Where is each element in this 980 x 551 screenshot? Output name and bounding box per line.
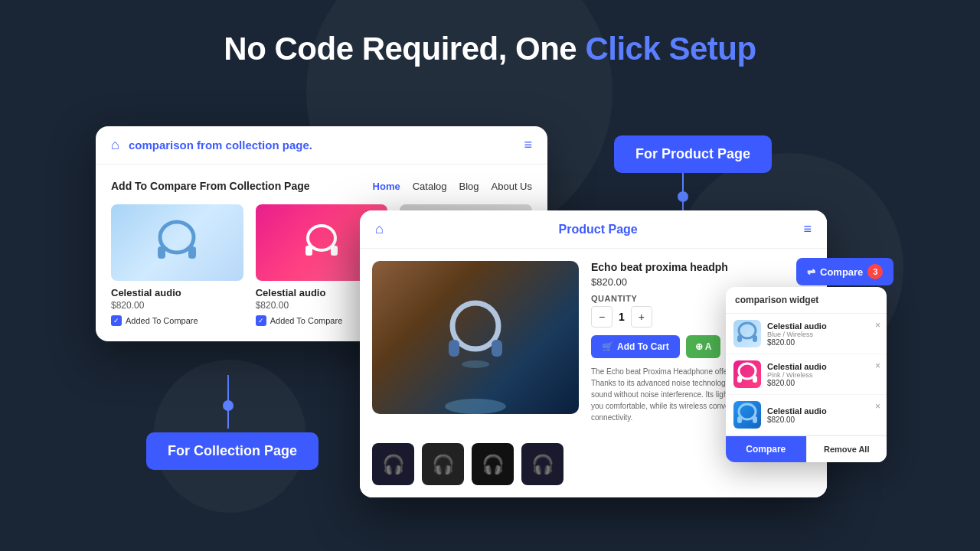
- main-title: No Code Required, One Click Setup: [0, 0, 980, 67]
- widget-title: comparison widget: [726, 287, 887, 314]
- add-compare-button[interactable]: ⊕ A: [686, 335, 721, 358]
- compare-badge-label: Compare: [820, 266, 863, 278]
- widget-item-name-1: Celestial audio: [767, 321, 879, 331]
- svg-rect-14: [737, 335, 742, 342]
- product-detail-name: Echo beat proxima headph: [591, 261, 815, 273]
- quantity-value: 1: [619, 311, 625, 323]
- widget-headphone-3: [733, 401, 761, 429]
- add-to-cart-label: Add To Cart: [617, 341, 669, 352]
- thumbnail-1[interactable]: 🎧: [372, 443, 414, 485]
- svg-rect-10: [449, 340, 459, 357]
- widget-item-2: Celestial audio Pink / Wireless $820.00 …: [726, 354, 887, 395]
- thumb-icon-4: 🎧: [531, 454, 554, 475]
- cart-icon: 🛒: [602, 341, 613, 352]
- svg-rect-5: [331, 246, 338, 256]
- quantity-increase-button[interactable]: +: [631, 306, 652, 328]
- svg-rect-21: [753, 416, 757, 423]
- svg-point-0: [160, 222, 194, 253]
- svg-rect-2: [188, 246, 196, 259]
- check-icon-2: [256, 315, 266, 326]
- svg-rect-20: [737, 416, 742, 423]
- product-window-nav: ⌂ Product Page ≡: [360, 210, 827, 249]
- widget-footer: Compare Remove All: [726, 435, 887, 462]
- product-main-image: [372, 261, 579, 414]
- thumbnail-2[interactable]: 🎧: [422, 443, 464, 485]
- widget-headphone-1: [733, 320, 761, 347]
- product-price-1: $820.00: [111, 300, 243, 311]
- svg-rect-1: [158, 246, 165, 259]
- svg-point-13: [739, 323, 756, 338]
- svg-point-16: [739, 364, 756, 379]
- svg-rect-11: [492, 340, 502, 357]
- widget-compare-button[interactable]: Compare: [726, 436, 806, 462]
- svg-rect-18: [753, 376, 757, 383]
- product-detail-price: $820.00: [591, 276, 815, 288]
- collection-header: Add To Compare From Collection Page Home…: [111, 180, 532, 192]
- widget-item-3: Celestial audio $820.00 ×: [726, 395, 887, 435]
- svg-point-9: [452, 303, 498, 349]
- widget-item-name-2: Celestial audio: [767, 362, 879, 371]
- headphone-blue-icon: [150, 216, 204, 269]
- add-compare-label: Add To Compare From Collection Page: [111, 180, 310, 192]
- compare-badge-count: 3: [867, 264, 883, 279]
- widget-item-info-3: Celestial audio $820.00: [767, 406, 879, 424]
- widget-item-info-1: Celestial audio Blue / Wireless $820.00: [767, 321, 879, 347]
- for-product-button[interactable]: For Product Page: [614, 135, 772, 173]
- widget-close-2[interactable]: ×: [875, 360, 880, 371]
- thumb-icon-2: 🎧: [432, 454, 455, 475]
- add-to-cart-button[interactable]: 🛒 Add To Cart: [591, 335, 680, 358]
- widget-item-img-2: [733, 360, 761, 388]
- svg-rect-17: [737, 376, 742, 383]
- product-name-1: Celestial audio: [111, 287, 243, 298]
- widget-item-name-3: Celestial audio: [767, 406, 879, 416]
- check-icon-1: [111, 315, 122, 326]
- compare-icon: ⇌: [807, 266, 815, 278]
- compare-widget: comparison widget Celestial audio Blue /…: [726, 287, 887, 462]
- nav-blog[interactable]: Blog: [459, 181, 479, 192]
- connector-dot-left: [223, 400, 234, 411]
- svg-rect-15: [753, 335, 757, 342]
- title-highlight: Click Setup: [585, 31, 756, 67]
- widget-item-info-2: Celestial audio Pink / Wireless $820.00: [767, 362, 879, 387]
- nav-home[interactable]: Home: [373, 181, 400, 192]
- widget-close-1[interactable]: ×: [875, 320, 880, 331]
- nav-about[interactable]: About Us: [492, 181, 532, 192]
- thumb-icon-1: 🎧: [382, 454, 405, 475]
- home-icon: ⌂: [111, 137, 119, 153]
- product-menu-icon: ≡: [803, 221, 812, 237]
- widget-item-sub-1: Blue / Wireless: [767, 331, 879, 338]
- compare-label-2: Added To Compare: [270, 316, 343, 325]
- product-home-icon: ⌂: [375, 221, 384, 237]
- thumbnail-3[interactable]: 🎧: [472, 443, 514, 485]
- product-img-blue: [111, 204, 243, 281]
- menu-icon: ≡: [524, 137, 532, 153]
- compare-checkbox-1[interactable]: Added To Compare: [111, 315, 243, 326]
- widget-close-3[interactable]: ×: [875, 401, 880, 412]
- svg-rect-4: [305, 246, 312, 256]
- widget-item-price-2: $820.00: [767, 379, 879, 387]
- headphone-main-icon: [441, 288, 510, 387]
- thumbnail-4[interactable]: 🎧: [521, 443, 564, 485]
- thumb-icon-3: 🎧: [482, 454, 505, 475]
- quantity-decrease-button[interactable]: −: [591, 306, 612, 328]
- collection-nav-links: Home Catalog Blog About Us: [373, 181, 532, 192]
- headphone-pink-icon: [299, 220, 345, 266]
- widget-item-img-1: [733, 320, 761, 347]
- collection-nav-title: comparison from collection page.: [129, 139, 515, 152]
- nav-catalog[interactable]: Catalog: [413, 181, 447, 192]
- title-text: No Code Required, One: [224, 31, 585, 67]
- product-window-title: Product Page: [393, 223, 804, 236]
- widget-item-price-3: $820.00: [767, 416, 879, 424]
- for-collection-button[interactable]: For Collection Page: [146, 432, 318, 470]
- widget-item-img-3: [733, 401, 761, 429]
- svg-point-19: [739, 404, 756, 419]
- widget-item-sub-2: Pink / Wireless: [767, 371, 879, 379]
- compare-badge-button[interactable]: ⇌ Compare 3: [796, 258, 893, 285]
- widget-remove-button[interactable]: Remove All: [806, 436, 887, 462]
- product-card-1: Celestial audio $820.00 Added To Compare: [111, 204, 243, 326]
- collection-nav-bar: ⌂ comparison from collection page. ≡: [96, 126, 547, 165]
- compare-label-1: Added To Compare: [126, 316, 198, 325]
- widget-headphone-2: [733, 360, 761, 388]
- connector-dot-right: [678, 191, 688, 202]
- svg-point-12: [462, 360, 489, 368]
